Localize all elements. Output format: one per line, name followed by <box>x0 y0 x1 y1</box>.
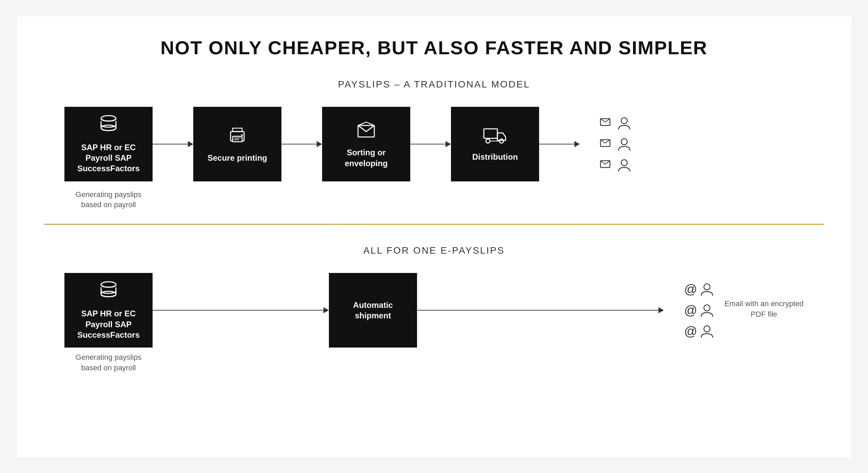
svg-point-18 <box>621 160 627 166</box>
traditional-step-distribution: Distribution <box>451 107 539 181</box>
arrow-2 <box>281 141 322 147</box>
epayslips-label: ALL FOR ONE E-PAYSLIPS <box>44 245 824 256</box>
printer-icon <box>227 125 248 146</box>
epayslips-caption: Email with an encryptedPDF file <box>724 299 804 320</box>
svg-point-20 <box>101 291 116 297</box>
svg-rect-3 <box>233 136 242 142</box>
epayslips-step-shipment-label: Automatic shipment <box>336 300 410 321</box>
section-divider <box>44 224 824 225</box>
epayslips-step-sap-hr: SAP HR or EC Payroll SAP SuccessFactors <box>64 273 153 348</box>
envelope-icon <box>356 119 376 141</box>
svg-point-1 <box>101 125 116 131</box>
svg-rect-9 <box>484 129 497 138</box>
traditional-step-sap-hr-label: SAP HR or EC Payroll SAP SuccessFactors <box>71 142 146 174</box>
arrow-4 <box>539 141 580 147</box>
truck-icon <box>483 125 507 145</box>
svg-point-10 <box>486 139 490 143</box>
traditional-below-row: Generating payslipsbased on payroll <box>44 185 824 211</box>
long-arrow-2 <box>417 307 664 313</box>
epayslips-recipients: @ @ @ <box>684 282 714 338</box>
epayslips-below-row: Generating payslipsbased on payroll <box>44 348 824 373</box>
svg-point-14 <box>621 118 627 124</box>
traditional-flow-row: SAP HR or EC Payroll SAP SuccessFactors <box>44 107 824 181</box>
traditional-recipient-1 <box>600 116 631 130</box>
epayslips-step-sap-hr-label: SAP HR or EC Payroll SAP SuccessFactors <box>71 308 146 340</box>
main-title: NOT ONLY CHEAPER, BUT ALSO FASTER AND SI… <box>44 37 824 59</box>
epayslips-flow-row: SAP HR or EC Payroll SAP SuccessFactors … <box>44 273 824 348</box>
database-icon-e <box>98 280 119 302</box>
traditional-step-printing-label: Secure printing <box>208 153 267 163</box>
svg-point-16 <box>621 139 627 145</box>
traditional-step-distribution-label: Distribution <box>472 152 518 162</box>
traditional-section: PAYSLIPS – A TRADITIONAL MODEL SAP HR or… <box>44 79 824 211</box>
traditional-recipient-3 <box>600 158 631 172</box>
epayslips-recipient-3: @ <box>684 324 714 338</box>
epayslips-recipient-1: @ <box>684 282 714 296</box>
svg-point-21 <box>704 284 710 290</box>
epayslips-recipient-2: @ <box>684 303 714 317</box>
traditional-recipient-2 <box>600 137 631 151</box>
svg-point-11 <box>499 139 504 143</box>
traditional-step-printing: Secure printing <box>193 107 281 181</box>
epayslips-below-sap: Generating payslipsbased on payroll <box>64 348 153 373</box>
page: NOT ONLY CHEAPER, BUT ALSO FASTER AND SI… <box>17 16 851 457</box>
svg-point-23 <box>704 326 710 332</box>
traditional-recipients <box>600 116 631 172</box>
arrow-1 <box>153 141 193 147</box>
svg-point-5 <box>241 134 243 136</box>
traditional-below-sap: Generating payslipsbased on payroll <box>64 185 153 211</box>
arrow-3 <box>410 141 451 147</box>
traditional-step-sap-hr: SAP HR or EC Payroll SAP SuccessFactors <box>64 107 153 181</box>
long-arrow-1 <box>153 307 329 313</box>
epayslips-section: ALL FOR ONE E-PAYSLIPS SAP HR or EC Payr… <box>44 245 824 373</box>
svg-point-22 <box>704 305 710 311</box>
traditional-label: PAYSLIPS – A TRADITIONAL MODEL <box>44 79 824 90</box>
epayslips-step-shipment: Automatic shipment <box>329 273 417 348</box>
database-icon <box>98 114 119 136</box>
traditional-step-sorting: Sorting or enveloping <box>322 107 410 181</box>
traditional-step-sorting-label: Sorting or enveloping <box>329 147 403 168</box>
